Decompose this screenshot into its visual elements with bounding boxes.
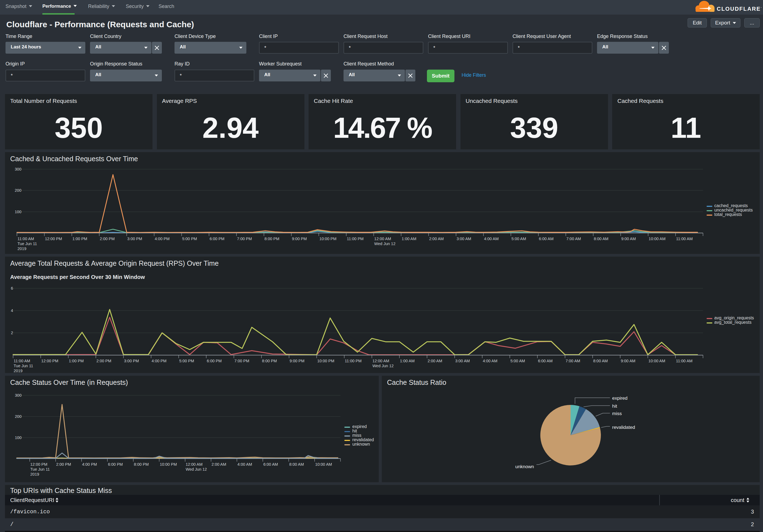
svg-text:5:00 AM: 5:00 AM bbox=[511, 236, 526, 241]
svg-text:Wed Jun 12: Wed Jun 12 bbox=[186, 467, 207, 472]
svg-text:1:00 PM: 1:00 PM bbox=[72, 236, 87, 241]
svg-text:9:00 AM: 9:00 AM bbox=[621, 236, 636, 241]
svg-text:11:00 AM: 11:00 AM bbox=[18, 236, 34, 241]
svg-text:11:00 PM: 11:00 PM bbox=[345, 359, 362, 363]
svg-text:5:00 PM: 5:00 PM bbox=[182, 236, 197, 241]
svg-text:1:00 AM: 1:00 AM bbox=[401, 236, 416, 241]
svg-text:8:00 PM: 8:00 PM bbox=[134, 462, 149, 467]
svg-text:8:00 PM: 8:00 PM bbox=[265, 236, 279, 241]
svg-text:8:00 AM: 8:00 AM bbox=[593, 359, 608, 363]
svg-text:6: 6 bbox=[11, 286, 13, 291]
svg-text:7:00 AM: 7:00 AM bbox=[567, 236, 581, 241]
svg-text:2:00 PM: 2:00 PM bbox=[56, 462, 71, 467]
svg-text:2019: 2019 bbox=[14, 369, 23, 373]
svg-text:6:00 AM: 6:00 AM bbox=[538, 359, 552, 363]
svg-text:10:00 AM: 10:00 AM bbox=[315, 462, 332, 467]
svg-text:11:00 PM: 11:00 PM bbox=[347, 236, 364, 241]
svg-text:5:00 AM: 5:00 AM bbox=[510, 359, 525, 363]
svg-text:4:00 PM: 4:00 PM bbox=[155, 236, 169, 241]
svg-text:6:00 PM: 6:00 PM bbox=[207, 359, 222, 363]
svg-text:4:00 AM: 4:00 AM bbox=[238, 462, 252, 467]
svg-text:Tue Jun 11: Tue Jun 11 bbox=[30, 467, 50, 472]
svg-text:6:00 AM: 6:00 AM bbox=[264, 462, 278, 467]
svg-text:300: 300 bbox=[15, 393, 22, 398]
svg-text:10:00 PM: 10:00 PM bbox=[319, 236, 336, 241]
svg-text:9:00 PM: 9:00 PM bbox=[292, 236, 307, 241]
svg-text:12:00 PM: 12:00 PM bbox=[41, 359, 58, 363]
svg-text:12:00 PM: 12:00 PM bbox=[45, 236, 62, 241]
svg-text:8:00 PM: 8:00 PM bbox=[262, 359, 277, 363]
svg-text:3:00 AM: 3:00 AM bbox=[455, 359, 470, 363]
svg-text:4:00 AM: 4:00 AM bbox=[484, 236, 498, 241]
svg-text:hit: hit bbox=[612, 403, 617, 409]
svg-text:expired: expired bbox=[612, 396, 627, 401]
svg-text:7:00 PM: 7:00 PM bbox=[237, 236, 252, 241]
svg-text:12:00 PM: 12:00 PM bbox=[30, 462, 47, 467]
svg-text:100: 100 bbox=[15, 435, 22, 440]
svg-text:7:00 AM: 7:00 AM bbox=[566, 359, 580, 363]
svg-text:2:00 PM: 2:00 PM bbox=[96, 359, 111, 363]
svg-text:2:00 PM: 2:00 PM bbox=[100, 236, 115, 241]
svg-text:2019: 2019 bbox=[18, 246, 27, 251]
svg-text:9:00 PM: 9:00 PM bbox=[289, 359, 304, 363]
svg-text:3:00 PM: 3:00 PM bbox=[127, 236, 142, 241]
svg-text:10:00 AM: 10:00 AM bbox=[648, 359, 665, 363]
svg-text:Tue Jun 11: Tue Jun 11 bbox=[18, 241, 37, 246]
svg-text:11:00 AM: 11:00 AM bbox=[676, 359, 693, 363]
svg-text:200: 200 bbox=[15, 188, 22, 193]
svg-text:1:00 PM: 1:00 PM bbox=[69, 359, 84, 363]
svg-text:11:00 AM: 11:00 AM bbox=[14, 359, 30, 363]
svg-text:5:00 PM: 5:00 PM bbox=[179, 359, 194, 363]
svg-text:Tue Jun 11: Tue Jun 11 bbox=[14, 364, 33, 368]
svg-text:unknown: unknown bbox=[515, 464, 534, 469]
svg-text:2:00 AM: 2:00 AM bbox=[429, 236, 444, 241]
svg-text:6:00 PM: 6:00 PM bbox=[108, 462, 123, 467]
svg-text:8:00 AM: 8:00 AM bbox=[289, 462, 304, 467]
svg-text:4:00 PM: 4:00 PM bbox=[82, 462, 97, 467]
svg-text:7:00 PM: 7:00 PM bbox=[235, 359, 249, 363]
svg-text:9:00 AM: 9:00 AM bbox=[621, 359, 635, 363]
svg-text:4: 4 bbox=[11, 309, 13, 313]
svg-text:4:00 PM: 4:00 PM bbox=[152, 359, 166, 363]
svg-text:10:00 PM: 10:00 PM bbox=[160, 462, 177, 467]
svg-text:100: 100 bbox=[15, 210, 22, 214]
svg-text:200: 200 bbox=[15, 414, 22, 419]
svg-text:10:00 AM: 10:00 AM bbox=[649, 236, 666, 241]
svg-text:2019: 2019 bbox=[30, 472, 39, 477]
svg-text:revalidated: revalidated bbox=[612, 425, 635, 430]
svg-text:Wed Jun 12: Wed Jun 12 bbox=[374, 241, 395, 246]
svg-text:2:00 AM: 2:00 AM bbox=[427, 359, 442, 363]
svg-text:12:00 AM: 12:00 AM bbox=[373, 359, 389, 363]
svg-text:11:00 AM: 11:00 AM bbox=[676, 236, 693, 241]
svg-text:8:00 AM: 8:00 AM bbox=[594, 236, 608, 241]
svg-text:miss: miss bbox=[612, 411, 622, 416]
svg-text:6:00 PM: 6:00 PM bbox=[209, 236, 224, 241]
svg-text:Wed Jun 12: Wed Jun 12 bbox=[373, 364, 393, 368]
svg-text:12:00 AM: 12:00 AM bbox=[374, 236, 391, 241]
svg-text:12:00 AM: 12:00 AM bbox=[186, 462, 203, 467]
svg-text:3:00 AM: 3:00 AM bbox=[457, 236, 471, 241]
svg-text:10:00 PM: 10:00 PM bbox=[317, 359, 334, 363]
svg-text:4:00 AM: 4:00 AM bbox=[483, 359, 497, 363]
svg-text:2:00 AM: 2:00 AM bbox=[212, 462, 226, 467]
svg-text:1:00 AM: 1:00 AM bbox=[400, 359, 414, 363]
svg-text:6:00 AM: 6:00 AM bbox=[539, 236, 554, 241]
svg-text:2: 2 bbox=[11, 331, 13, 335]
svg-text:3:00 PM: 3:00 PM bbox=[124, 359, 139, 363]
svg-text:300: 300 bbox=[15, 167, 22, 171]
